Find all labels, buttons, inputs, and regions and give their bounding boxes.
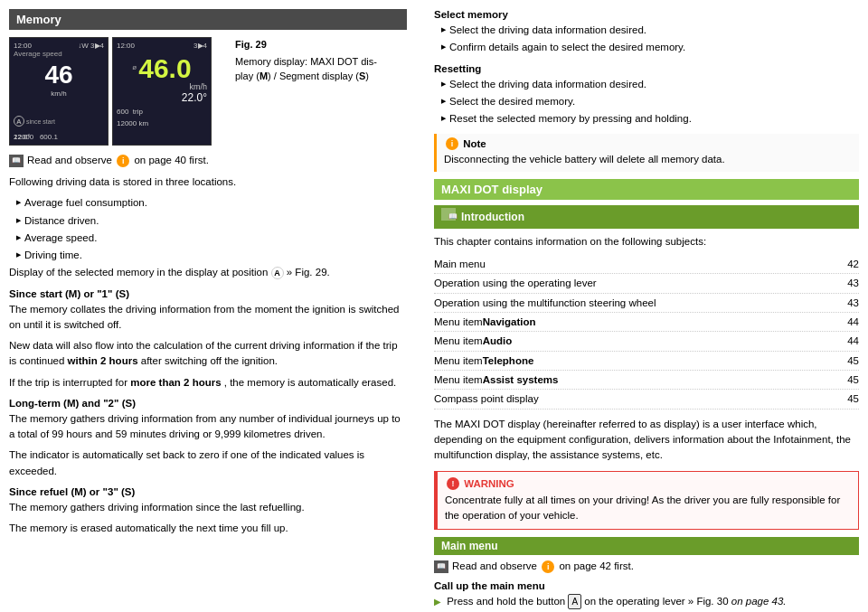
- main-menu-header-text: Main menu: [441, 540, 498, 552]
- book-icon: 📖: [9, 155, 24, 167]
- press-hold-italic: on page 43.: [731, 596, 787, 607]
- select-bullet-2: Confirm details again to select the desi…: [441, 40, 859, 55]
- main-menu-book-icon: 📖: [434, 560, 448, 573]
- note-body: Disconnecting the vehicle battery will d…: [444, 152, 852, 167]
- display1-number: 46: [14, 61, 104, 89]
- toc-page-0: 42: [832, 256, 859, 272]
- bullet-3: Average speed.: [16, 231, 407, 246]
- display1-toprow: 12:00 ↓W 3▶4: [14, 42, 104, 50]
- warning-box: ! WARNING Concentrate fully at all times…: [434, 471, 859, 531]
- reset-bullet-1: Select the driving data information desi…: [441, 77, 859, 92]
- interrupt-text: If the trip is interrupted for: [9, 377, 127, 388]
- warning-title: ! WARNING: [445, 477, 851, 490]
- toc-row-0: Main menu 42: [434, 255, 859, 274]
- call-up-heading: Call up the main menu: [434, 580, 859, 591]
- since-start-body: The memory collates the driving informat…: [9, 302, 407, 334]
- bullet-list: Average fuel consumption. Distance drive…: [9, 195, 407, 263]
- fig-number: Fig. 29: [235, 37, 377, 52]
- toc-row-6: Menu itemAssist systems 45: [434, 371, 859, 390]
- maxi-dot-header: MAXI DOT display: [434, 179, 859, 200]
- fig-area: 12:00 ↓W 3▶4 Average speed 46 km/h A sin…: [9, 37, 407, 146]
- a-key-badge: A: [568, 594, 581, 609]
- display1-unit: km/h: [14, 89, 104, 98]
- bullet-4: Driving time.: [16, 248, 407, 263]
- display2-unit: km/h: [117, 82, 207, 91]
- toc-row-7: Compass point display 45: [434, 390, 859, 409]
- bullet-2: Distance driven.: [16, 213, 407, 229]
- toc-label-5: Menu itemTelephone: [434, 353, 832, 369]
- warn-badge: !: [447, 477, 459, 490]
- resetting-bullets: Select the driving data information desi…: [434, 77, 859, 127]
- since-refuel-body: The memory gathers driving information s…: [9, 500, 407, 515]
- long-term-heading: Long-term (M) and "2" (S): [9, 398, 407, 409]
- press-hold-para: ▶ Press and hold the button A on the ope…: [434, 594, 859, 609]
- main-menu-read: Read and observe: [452, 560, 537, 571]
- toc-page-3: 44: [832, 314, 859, 330]
- note-title: i Note: [444, 137, 852, 150]
- intro-paragraph: Following driving data is stored in thre…: [9, 174, 407, 190]
- select-bullet-1: Select the driving data information desi…: [441, 23, 859, 38]
- display2-temp: 22.0°: [117, 91, 207, 104]
- toc-label-2: Operation using the multifunction steeri…: [434, 295, 832, 311]
- right-column: Select memory Select the driving data in…: [425, 9, 859, 612]
- display1-label: Average speed: [14, 50, 104, 58]
- display-text-para: Display of the selected memory in the di…: [9, 265, 407, 280]
- new-data-bold: within 2 hours: [68, 355, 138, 366]
- reset-bullet-3: Reset the selected memory by pressing an…: [441, 111, 859, 127]
- circle-a-badge: A: [271, 267, 284, 279]
- display2-icons: 3▶4: [193, 42, 207, 50]
- display-images: 12:00 ↓W 3▶4 Average speed 46 km/h A sin…: [9, 37, 226, 146]
- toc-row-4: Menu itemAudio 44: [434, 332, 859, 351]
- warning-body: Concentrate fully at all times on your d…: [445, 493, 851, 524]
- toc-table: Main menu 42 Operation using the operati…: [434, 255, 859, 410]
- fig-caption-l2: play (M) / Segment display (S): [235, 71, 369, 81]
- display-2: 12:00 3▶4 ø 46.0 km/h 22.0° 600 trip 120…: [112, 37, 212, 146]
- main-menu-read-observe: 📖 Read and observe i on page 42 first.: [434, 560, 859, 573]
- select-memory-heading: Select memory: [434, 9, 859, 20]
- display1-bottom2: 12000 600.1: [14, 133, 58, 141]
- reset-bullet-2: Select the desired memory.: [441, 94, 859, 109]
- memory-header: Memory: [9, 9, 407, 30]
- display2-bottom1: 600 trip: [117, 108, 207, 116]
- note-title-text: Note: [463, 138, 486, 149]
- warning-title-text: WARNING: [464, 478, 514, 489]
- note-box: i Note Disconnecting the vehicle battery…: [434, 134, 859, 171]
- toc-label-1: Operation using the operating lever: [434, 275, 832, 291]
- toc-row-5: Menu itemTelephone 45: [434, 352, 859, 371]
- display2-number: 46.0: [138, 55, 191, 82]
- display2-toprow: 12:00 3▶4: [117, 42, 207, 50]
- interrupt-para: If the trip is interrupted for more than…: [9, 375, 407, 391]
- press-hold-text: Press and hold the button: [447, 596, 565, 607]
- maxi-dot-description: The MAXI DOT display (hereinafter referr…: [434, 417, 859, 464]
- display-text: Display of the selected memory in the di…: [9, 267, 268, 278]
- display1-middle: 46 km/h: [14, 61, 104, 98]
- main-menu-header: Main menu: [434, 537, 859, 555]
- maxi-dot-header-text: MAXI DOT display: [441, 183, 542, 196]
- toc-page-6: 45: [832, 372, 859, 388]
- page-container: Memory 12:00 ↓W 3▶4 Average speed 46 km: [0, 0, 868, 612]
- toc-row-2: Operation using the multifunction steeri…: [434, 294, 859, 313]
- press-hold-after: on the operating lever » Fig. 30: [584, 596, 728, 607]
- display1-since-start: since start: [26, 118, 55, 125]
- new-data-after: after switching off the ignition.: [141, 355, 278, 366]
- intro-book-icon: 📖: [441, 208, 456, 221]
- fig-caption-l1: Memory display: MAXI DOT dis-: [235, 56, 377, 67]
- resetting-heading: Resetting: [434, 63, 859, 74]
- main-content: Memory 12:00 ↓W 3▶4 Average speed 46 km: [0, 0, 868, 612]
- read-observe: 📖 Read and observe i on page 40 first.: [9, 155, 407, 167]
- toc-label-7: Compass point display: [434, 391, 832, 407]
- left-column: Memory 12:00 ↓W 3▶4 Average speed 46 km: [9, 9, 425, 612]
- intro-header-text: Introduction: [461, 211, 524, 223]
- indicator-text: The indicator is automatically set back …: [9, 447, 407, 479]
- fig-caption: Fig. 29 Memory display: MAXI DOT dis- pl…: [226, 37, 377, 146]
- display-1: 12:00 ↓W 3▶4 Average speed 46 km/h A sin…: [9, 37, 108, 146]
- main-menu-info-badge: i: [542, 560, 554, 573]
- intro-header: 📖 Introduction: [434, 205, 859, 229]
- erased-text: The memory is erased automatically the n…: [9, 521, 407, 536]
- display1-a-badge: A: [14, 116, 24, 127]
- toc-page-7: 45: [832, 391, 859, 407]
- display1-time: 12:00: [14, 42, 32, 50]
- toc-page-1: 43: [832, 275, 859, 291]
- toc-label-6: Menu itemAssist systems: [434, 372, 832, 388]
- toc-page-2: 43: [832, 295, 859, 311]
